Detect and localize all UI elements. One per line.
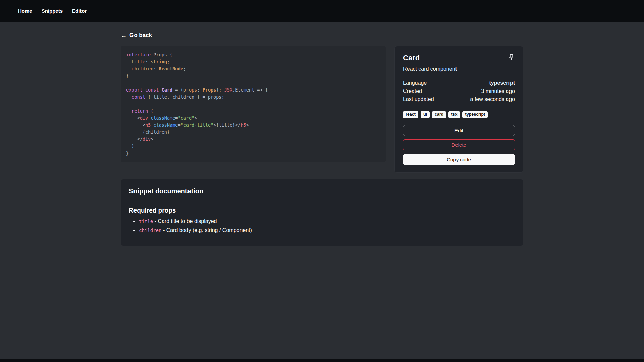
tag-card: card	[432, 111, 446, 118]
snippet-card: Card React card component Languagetypesc…	[394, 46, 523, 173]
doc-list-item: title - Card title to be displayed	[139, 218, 515, 224]
go-back-link[interactable]: ← Go back	[121, 32, 152, 39]
doc-list-item: children - Card body (e.g. string / Comp…	[139, 227, 515, 233]
tag-typescript: typescript	[462, 111, 488, 118]
meta-row-created: Created3 minutes ago	[403, 88, 515, 94]
card-header: Card	[403, 54, 515, 62]
tag-tsx: tsx	[448, 111, 460, 118]
code-block: interface Props { title: string; childre…	[121, 46, 386, 162]
doc-title: Snippet documentation	[129, 187, 515, 195]
code-line: }	[126, 150, 380, 157]
snippet-row: interface Props { title: string; childre…	[121, 46, 523, 173]
go-back-label: Go back	[129, 32, 152, 39]
tag-react: react	[403, 111, 418, 118]
documentation-panel: Snippet documentation Required props tit…	[121, 179, 523, 246]
snippet-subtitle: React card component	[403, 66, 515, 72]
delete-button[interactable]: Delete	[403, 139, 515, 150]
navbar: HomeSnippetsEditor	[0, 0, 644, 22]
nav-item-snippets[interactable]: Snippets	[37, 5, 67, 16]
tag-list: reactuicardtsxtypescript	[403, 111, 515, 118]
main-content: ← Go back interface Props { title: strin…	[0, 22, 644, 359]
code-line: children: ReactNode;	[126, 65, 380, 72]
code-line: {children}	[126, 129, 380, 136]
code-line: <div className="card">	[126, 115, 380, 122]
meta-row-language: Languagetypescript	[403, 80, 515, 86]
divider	[129, 201, 515, 201]
copy-button[interactable]: Copy code	[403, 154, 515, 165]
code-line: interface Props {	[126, 51, 380, 58]
tag-ui: ui	[421, 111, 430, 118]
doc-list: title - Card title to be displayedchildr…	[129, 218, 515, 233]
code-line: title: string;	[126, 58, 380, 65]
pin-icon[interactable]	[508, 54, 515, 61]
code-line: export const Card = (props: Props): JSX.…	[126, 86, 380, 94]
edit-button[interactable]: Edit	[403, 125, 515, 136]
meta-row-last-updated: Last updateda few seconds ago	[403, 96, 515, 102]
code-line: </div>	[126, 136, 380, 143]
meta-list: LanguagetypescriptCreated3 minutes agoLa…	[403, 80, 515, 102]
code-line: const { title, children } = props;	[126, 94, 380, 101]
nav-links: HomeSnippetsEditor	[13, 8, 91, 14]
code-line	[126, 101, 380, 108]
nav-item-editor[interactable]: Editor	[67, 5, 91, 16]
inline-code: title	[139, 219, 153, 224]
code-line: <h5 className="card-title">{title}</h5>	[126, 122, 380, 129]
code-line	[126, 79, 380, 86]
snippet-title: Card	[403, 54, 420, 62]
doc-section-title: Required props	[129, 207, 515, 214]
back-arrow-icon: ←	[121, 32, 127, 38]
content-container: ← Go back interface Props { title: strin…	[121, 22, 523, 246]
code-line: }	[126, 72, 380, 79]
code-line: return (	[126, 108, 380, 115]
code-line: )	[126, 143, 380, 150]
nav-item-home[interactable]: Home	[13, 5, 37, 16]
footer-bar	[0, 359, 644, 362]
inline-code: children	[139, 228, 161, 233]
